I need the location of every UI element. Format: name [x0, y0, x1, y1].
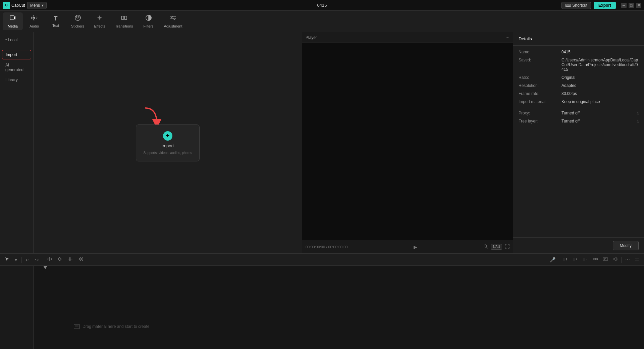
detail-row-free-layer: Free layer: Turned off ℹ — [519, 119, 639, 123]
player-menu-icon[interactable]: ⋯ — [505, 35, 509, 40]
text-label: Text — [52, 23, 59, 28]
player-time-current: 00:00:00:00 / 00:00:00:00 — [306, 245, 347, 249]
sidebar-item-import[interactable]: Import — [2, 50, 31, 59]
export-button[interactable]: Export — [594, 2, 616, 9]
detail-key-free-layer: Free layer: — [519, 119, 559, 123]
detail-key-resolution: Resolution: — [519, 83, 559, 88]
caption-button[interactable] — [601, 256, 609, 263]
zoom-fit-timeline-button[interactable] — [571, 256, 579, 263]
timeline-more-button[interactable]: ⋯ — [624, 256, 631, 263]
import-box[interactable]: + Import Supports: videos, audios, photo… — [136, 124, 200, 161]
redo-button[interactable]: ↪ — [34, 256, 40, 263]
toolbar-effects[interactable]: Effects — [90, 12, 110, 30]
playhead-indicator — [43, 266, 47, 269]
project-title: 0415 — [317, 3, 327, 8]
tool-dropdown-button[interactable]: ▾ — [13, 256, 18, 263]
toolbar-separator-3 — [559, 257, 559, 263]
timeline-right-tools: 🎤 — [548, 256, 641, 263]
app-logo-icon: C — [3, 2, 10, 9]
toolbar-separator-1 — [21, 257, 21, 263]
speed-button[interactable] — [77, 256, 85, 263]
detail-key-import-material: Import material: — [519, 99, 559, 104]
toolbar-text[interactable]: T Text — [46, 13, 66, 30]
detail-row-framerate: Frame rate: 30.00fps — [519, 91, 639, 96]
details-title: Details — [519, 36, 532, 41]
play-button[interactable]: ▶ — [414, 244, 417, 250]
filters-icon — [145, 14, 152, 23]
menu-chevron-icon: ▾ — [42, 3, 44, 8]
text-icon: T — [54, 15, 58, 22]
svg-point-4 — [78, 16, 79, 17]
toolbar-audio[interactable]: Audio — [24, 12, 44, 30]
toolbar-stickers[interactable]: Stickers — [67, 12, 88, 30]
detail-value-framerate: 30.00fps — [561, 91, 639, 96]
media-icon — [9, 14, 16, 23]
toolbar-separator-2 — [43, 257, 43, 263]
fullscreen-button[interactable] — [505, 244, 509, 250]
player-header: Player ⋯ — [302, 32, 513, 43]
delete-button[interactable] — [56, 256, 63, 263]
free-layer-info-icon[interactable]: ℹ — [637, 119, 639, 123]
details-panel: Details Name: 0415 Saved: C:/Users/Admin… — [513, 32, 644, 253]
ai-label: AI generated — [5, 63, 23, 72]
svg-rect-6 — [124, 16, 127, 19]
sidebar-item-local[interactable]: • Local — [2, 36, 31, 44]
shortcut-button[interactable]: ⌨ Shortcut — [561, 2, 591, 9]
app-name: CapCut — [11, 3, 25, 8]
sidebar-item-ai[interactable]: AI generated — [2, 61, 31, 74]
timeline-area: ▾ ↩ ↪ — [0, 253, 644, 349]
svg-line-22 — [60, 257, 61, 259]
split-button[interactable] — [46, 256, 53, 263]
menu-button[interactable]: Menu ▾ — [27, 2, 47, 9]
toolbar-media[interactable]: Media — [3, 12, 23, 30]
maximize-button[interactable]: □ — [629, 3, 634, 8]
toolbar-transitions[interactable]: Transitions — [111, 12, 137, 30]
detail-value-ratio: Original — [561, 75, 639, 80]
volume-button[interactable] — [611, 256, 620, 263]
import-box-label: Import — [162, 143, 174, 148]
import-label: Import — [6, 52, 17, 57]
import-box-subtitle: Supports: videos, audios, photos — [143, 151, 192, 155]
timeline-collapse-button[interactable] — [633, 256, 641, 263]
zoom-fit-icon[interactable] — [483, 244, 488, 250]
detail-row-name: Name: 0415 — [519, 50, 639, 54]
svg-line-18 — [48, 259, 48, 260]
detail-value-free-layer: Turned off — [561, 119, 635, 123]
audio-icon — [31, 14, 38, 23]
svg-point-1 — [33, 17, 35, 19]
undo-button[interactable]: ↩ — [24, 256, 31, 263]
select-tool-button[interactable] — [3, 256, 11, 263]
import-plus-icon: + — [163, 131, 172, 141]
drag-hint-icon — [74, 324, 80, 329]
drag-hint-text: Drag material here and start to create — [83, 324, 149, 329]
toolbar-separator-4 — [622, 257, 622, 263]
proxy-info-icon[interactable]: ℹ — [637, 111, 639, 115]
modify-button[interactable]: Modify — [613, 241, 639, 250]
sidebar-item-library[interactable]: Library — [2, 76, 31, 84]
detail-key-name: Name: — [519, 50, 559, 54]
playback-mode-button[interactable]: 1/AU — [491, 244, 502, 250]
detail-key-saved: Saved: — [519, 58, 559, 62]
link-button[interactable] — [591, 256, 599, 263]
detail-value-name: 0415 — [561, 50, 639, 54]
trim-button[interactable] — [66, 256, 74, 263]
zoom-out-button[interactable] — [581, 256, 589, 263]
zoom-in-button[interactable] — [561, 256, 569, 263]
timeline-tracks: Drag material here and start to create — [34, 266, 644, 349]
detail-value-resolution: Adapted — [561, 83, 639, 88]
mic-button[interactable]: 🎤 — [548, 256, 557, 263]
toolbar-adjustment[interactable]: Adjustment — [160, 12, 186, 30]
titlebar: C CapCut Menu ▾ 0415 ⌨ Shortcut Export ─… — [0, 0, 644, 11]
transitions-icon — [121, 14, 127, 23]
minimize-button[interactable]: ─ — [621, 3, 627, 8]
close-button[interactable]: ✕ — [636, 3, 641, 8]
toolbar-filters[interactable]: Filters — [139, 12, 159, 30]
sidebar-separator — [2, 47, 31, 47]
svg-line-23 — [58, 259, 60, 261]
svg-line-20 — [51, 259, 52, 260]
media-label: Media — [8, 24, 18, 28]
effects-icon — [96, 14, 103, 23]
timeline-toolbar: ▾ ↩ ↪ — [0, 254, 644, 266]
titlebar-right: ⌨ Shortcut Export ─ □ ✕ — [561, 2, 641, 9]
svg-point-2 — [75, 15, 80, 20]
